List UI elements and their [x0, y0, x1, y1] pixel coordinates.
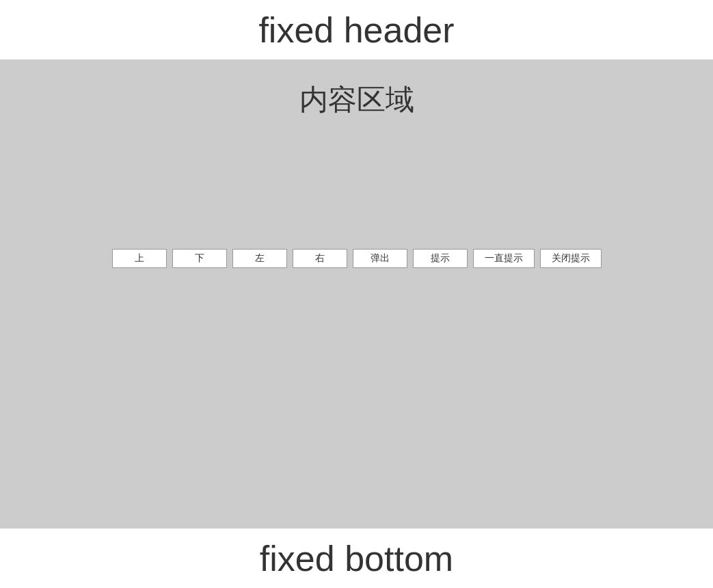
btn-always-tip-button[interactable]: 一直提示: [473, 249, 535, 268]
btn-right-button[interactable]: 右: [293, 249, 347, 268]
btn-popup-button[interactable]: 弹出: [353, 249, 407, 268]
btn-up-button[interactable]: 上: [112, 249, 167, 268]
content-label: 内容区域: [299, 81, 414, 119]
fixed-footer: fixed bottom: [0, 528, 713, 588]
btn-close-tip-button[interactable]: 关闭提示: [540, 249, 602, 268]
btn-left-button[interactable]: 左: [232, 249, 287, 268]
footer-title: fixed bottom: [260, 538, 453, 579]
buttons-row: 上下左右弹出提示一直提示关闭提示: [112, 249, 602, 268]
header-title: fixed header: [258, 10, 454, 51]
content-area: 内容区域 上下左右弹出提示一直提示关闭提示: [0, 60, 713, 528]
btn-tip-button[interactable]: 提示: [413, 249, 468, 268]
fixed-header: fixed header: [0, 0, 713, 60]
btn-down-button[interactable]: 下: [172, 249, 227, 268]
